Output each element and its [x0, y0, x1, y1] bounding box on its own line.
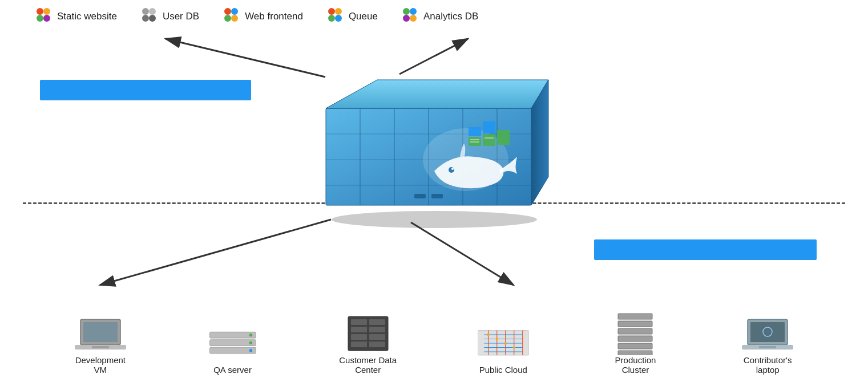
stack-label-2: Web frontend	[245, 11, 303, 22]
svg-point-58	[249, 341, 252, 344]
svg-rect-40	[483, 121, 495, 133]
svg-rect-33	[431, 194, 443, 198]
right-label-bottom	[850, 205, 868, 376]
svg-point-13	[335, 8, 342, 15]
svg-point-7	[149, 15, 156, 22]
svg-rect-63	[351, 327, 367, 332]
svg-point-19	[410, 15, 417, 22]
stack-label-4: Analytics DB	[423, 11, 478, 22]
svg-rect-66	[369, 334, 385, 340]
svg-point-11	[231, 15, 238, 22]
hw-label-5: Contributor's laptop	[744, 355, 792, 375]
right-label-top	[850, 11, 868, 194]
hw-item-0: Development VM	[75, 316, 126, 375]
stack-item-1: User DB	[140, 6, 199, 27]
info-box-bottom	[594, 239, 817, 260]
svg-line-49	[411, 222, 514, 285]
svg-point-5	[149, 8, 156, 15]
stack-label-3: Queue	[349, 11, 378, 22]
hw-icon-cluster	[609, 316, 661, 351]
svg-point-10	[224, 15, 231, 22]
svg-point-14	[328, 15, 335, 22]
svg-rect-91	[750, 322, 785, 342]
info-box-top	[40, 80, 251, 100]
svg-point-2	[37, 15, 43, 22]
svg-rect-85	[618, 321, 652, 327]
svg-rect-54	[209, 332, 256, 338]
hw-icon-datacenter	[342, 316, 394, 351]
svg-point-59	[249, 348, 252, 351]
svg-rect-61	[351, 319, 367, 325]
hw-label-1: QA server	[213, 365, 252, 375]
dot-cluster-icon-0	[34, 6, 53, 27]
svg-point-17	[410, 8, 417, 15]
stack-item-3: Queue	[326, 6, 378, 27]
svg-point-18	[403, 15, 410, 22]
hw-item-3: Public Cloud	[478, 326, 529, 375]
hw-label-0: Development VM	[75, 355, 126, 375]
svg-rect-88	[618, 343, 652, 349]
stack-label-1: User DB	[163, 11, 199, 22]
hw-icon-laptop	[75, 316, 126, 351]
svg-point-81	[495, 338, 498, 340]
stack-label-0: Static website	[57, 11, 117, 22]
svg-rect-32	[414, 194, 426, 198]
hw-label-3: Public Cloud	[479, 365, 527, 375]
svg-rect-56	[209, 347, 256, 354]
dot-cluster-icon-3	[326, 6, 344, 27]
svg-rect-55	[209, 339, 256, 346]
svg-rect-41	[497, 130, 510, 145]
svg-point-9	[231, 8, 238, 15]
dot-cluster-icon-4	[401, 6, 419, 27]
svg-point-57	[249, 333, 252, 336]
hw-label-4: Production Cluster	[615, 355, 656, 375]
svg-point-83	[512, 346, 515, 349]
dot-cluster-icon-2	[222, 6, 240, 27]
hw-icon-laptop2	[742, 316, 793, 351]
svg-rect-89	[618, 351, 652, 355]
left-label-top	[0, 17, 17, 200]
hw-item-1: QA server	[207, 326, 259, 375]
stack-item-0: Static website	[34, 6, 117, 27]
svg-point-12	[328, 8, 335, 15]
svg-line-46	[165, 39, 325, 77]
hw-item-2: Customer Data Center	[339, 316, 397, 375]
svg-rect-67	[351, 342, 367, 347]
svg-rect-64	[369, 327, 385, 332]
svg-marker-22	[326, 80, 548, 108]
svg-rect-68	[369, 342, 385, 347]
stack-item-2: Web frontend	[222, 6, 303, 27]
stack-item-4: Analytics DB	[401, 6, 478, 27]
svg-rect-39	[469, 127, 481, 136]
hw-label-2: Customer Data Center	[339, 355, 397, 375]
hw-icon-cloud	[478, 326, 529, 360]
svg-rect-84	[618, 314, 652, 319]
svg-rect-86	[618, 328, 652, 334]
svg-point-15	[335, 15, 342, 22]
svg-point-80	[487, 334, 490, 336]
svg-point-4	[142, 8, 149, 15]
svg-point-0	[37, 8, 43, 15]
svg-point-35	[449, 167, 454, 173]
svg-point-20	[332, 211, 537, 228]
svg-point-8	[224, 8, 231, 15]
svg-rect-87	[618, 336, 652, 342]
svg-rect-51	[83, 322, 118, 342]
svg-rect-62	[369, 319, 385, 325]
svg-rect-65	[351, 334, 367, 340]
svg-point-16	[403, 8, 410, 15]
hw-icon-server	[207, 326, 259, 360]
svg-line-48	[100, 220, 331, 285]
hw-item-5: Contributor's laptop	[742, 316, 793, 375]
svg-point-36	[451, 168, 454, 170]
svg-point-3	[43, 15, 50, 22]
svg-rect-94	[759, 346, 776, 348]
svg-rect-53	[92, 346, 109, 348]
svg-point-1	[43, 8, 50, 15]
svg-point-6	[142, 15, 149, 22]
stacks-row: Static website User DB Web frontend Queu…	[34, 6, 834, 27]
left-label-bottom	[0, 211, 17, 371]
hw-item-4: Production Cluster	[609, 316, 661, 375]
svg-rect-38	[483, 134, 495, 146]
hardware-row: Development VM QA server Customer Data C…	[34, 316, 834, 375]
